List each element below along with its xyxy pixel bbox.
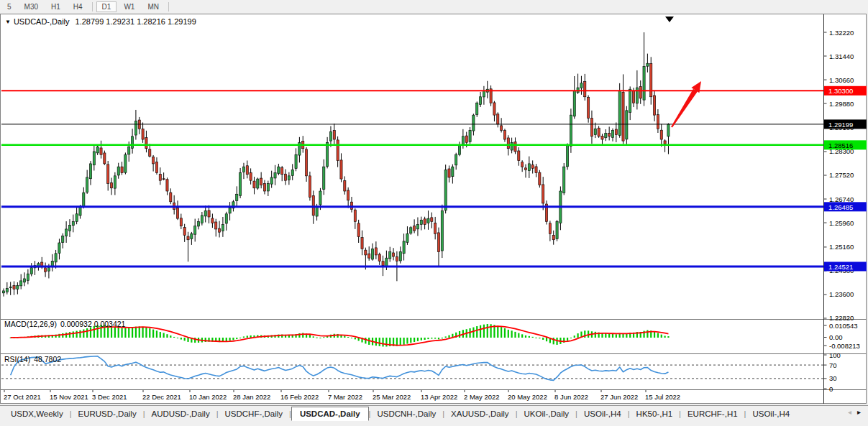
- candle-up: [291, 170, 293, 175]
- candle-up: [462, 136, 464, 144]
- macd-histogram-bar: [229, 338, 231, 341]
- date-label: 10 Jan 2022: [189, 393, 227, 401]
- candle-down: [653, 96, 655, 115]
- timeframe-button-d1[interactable]: D1: [96, 1, 117, 12]
- tab-usdcnh-daily[interactable]: USDCNH-,Daily: [370, 407, 442, 420]
- chevron-down-icon[interactable]: ▼: [5, 19, 11, 25]
- macd-histogram-bar: [232, 338, 234, 340]
- tab-hk50-h1[interactable]: HK50-,H1: [630, 407, 680, 420]
- macd-tick-label: -0.008213: [829, 342, 860, 350]
- macd-histogram-bar: [128, 328, 129, 338]
- chart-canvas[interactable]: 1.322201.314401.306601.298801.291001.283…: [0, 0, 868, 426]
- macd-histogram-bar: [181, 338, 182, 340]
- candle-up: [124, 154, 127, 172]
- candle-up: [267, 183, 269, 191]
- tab-xauusd-daily[interactable]: XAUUSD-,Daily: [444, 407, 516, 420]
- candle-down: [163, 179, 165, 180]
- candle-up: [117, 167, 119, 175]
- candle-up: [30, 268, 32, 274]
- candle-down: [378, 254, 380, 261]
- candle-up: [389, 252, 391, 259]
- candle-up: [197, 221, 199, 226]
- rsi-value: 48.7802: [34, 355, 61, 364]
- rsi-name: RSI(14): [4, 355, 30, 364]
- candle-up: [371, 249, 373, 259]
- candle-up: [128, 147, 130, 154]
- candle-down: [152, 157, 155, 164]
- tab-scroll-right-icon[interactable]: ▸: [857, 408, 861, 416]
- tab-usoil-h4[interactable]: USOil-,H4: [577, 407, 628, 420]
- macd-histogram-bar: [414, 338, 415, 342]
- macd-histogram-bar: [406, 338, 408, 344]
- candle-down: [340, 160, 342, 179]
- candle-up: [278, 167, 280, 173]
- candle-up: [191, 233, 193, 239]
- candle-up: [476, 103, 478, 114]
- candle-down: [414, 226, 416, 231]
- tab-audusd-daily[interactable]: AUDUSD-,Daily: [145, 407, 216, 420]
- macd-histogram-bar: [111, 327, 112, 338]
- candle-up: [93, 152, 95, 165]
- candle-down: [657, 115, 659, 129]
- tab-usdcad-daily[interactable]: USDCAD-,Daily: [291, 407, 369, 421]
- candle-down: [514, 142, 516, 152]
- trend-arrow-annotation[interactable]: [671, 89, 698, 128]
- macd-histogram-bar: [487, 324, 488, 338]
- candle-down: [424, 219, 426, 225]
- price-tick-label: 1.31440: [829, 52, 854, 60]
- current-price-badge-label: 1.29199: [828, 121, 853, 129]
- candle-up: [62, 236, 64, 243]
- timeframe-button-m30[interactable]: M30: [19, 1, 44, 12]
- timeframe-button-5[interactable]: 5: [1, 1, 17, 12]
- macd-histogram-bar: [431, 338, 432, 339]
- macd-histogram-bar: [177, 338, 178, 338]
- tab-eurchf-h1[interactable]: EURCHF-,H1: [681, 407, 744, 420]
- candle-down: [437, 233, 439, 252]
- candle-down: [312, 196, 314, 216]
- macd-histogram-bar: [459, 331, 460, 338]
- candle-down: [305, 149, 307, 176]
- timeframe-button-h1[interactable]: H1: [45, 1, 66, 12]
- symbol-tab-row: USDX,Weekly|EURUSD-,Daily|AUDUSD-,Daily|…: [0, 406, 845, 421]
- macd-histogram-bar: [156, 330, 157, 338]
- candle-up: [441, 211, 443, 251]
- candle-up: [27, 274, 29, 280]
- candle-down: [250, 172, 252, 180]
- date-label: 2 May 2022: [464, 393, 500, 401]
- candle-up: [528, 164, 530, 171]
- tab-usoil-h4[interactable]: USOil-,H4: [746, 407, 796, 420]
- candle-down: [598, 128, 600, 136]
- candle-up: [134, 121, 137, 135]
- macd-histogram-bar: [616, 334, 617, 338]
- candle-up: [511, 142, 513, 150]
- candle-down: [166, 180, 168, 191]
- candle-down: [107, 165, 109, 184]
- candle-down: [13, 285, 15, 289]
- candle-up: [444, 170, 447, 210]
- date-label: 15 Nov 2021: [50, 393, 88, 401]
- tab-usdx-weekly[interactable]: USDX,Weekly: [4, 407, 70, 420]
- candle-down: [521, 162, 524, 167]
- timeframe-button-w1[interactable]: W1: [118, 1, 140, 12]
- macd-histogram-bar: [438, 338, 439, 339]
- macd-histogram-bar: [612, 334, 613, 338]
- candle-up: [385, 258, 388, 266]
- date-label: 3 Dec 2021: [92, 393, 127, 401]
- macd-histogram-bar: [480, 325, 481, 338]
- candle-up: [55, 254, 57, 262]
- chart-top-marker-icon[interactable]: [665, 17, 674, 22]
- macd-histogram-bar: [657, 333, 659, 338]
- macd-histogram-bar: [567, 338, 568, 341]
- timeframe-button-mn[interactable]: MN: [142, 1, 165, 12]
- timeframe-button-h4[interactable]: H4: [68, 1, 88, 12]
- tab-ukoil-daily[interactable]: UKOil-,Daily: [517, 407, 575, 420]
- tab-scroll-nav: ◂ ▸: [845, 406, 868, 416]
- macd-histogram-bar: [132, 328, 133, 338]
- tab-scroll-left-icon[interactable]: ◂: [848, 408, 851, 416]
- tab-usdchf-daily[interactable]: USDCHF-,Daily: [219, 407, 290, 420]
- candle-up: [469, 130, 471, 142]
- tab-eurusd-daily[interactable]: EURUSD-,Daily: [72, 407, 143, 420]
- candle-down: [357, 223, 360, 237]
- candle-down: [246, 166, 248, 175]
- candle-up: [643, 66, 645, 100]
